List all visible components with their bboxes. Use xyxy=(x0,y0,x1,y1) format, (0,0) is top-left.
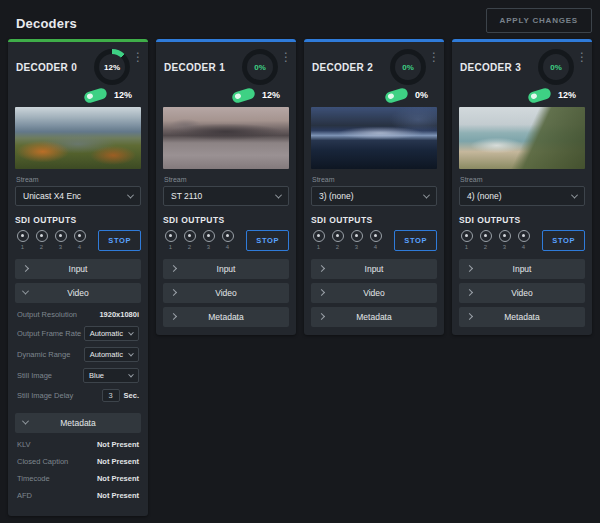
section-metadata[interactable]: Metadata xyxy=(311,307,437,327)
chevron-down-icon xyxy=(127,191,134,198)
chevron-right-icon xyxy=(170,313,177,320)
usage-percentage: 0% xyxy=(415,90,428,100)
stream-select[interactable]: 4) (none) xyxy=(459,186,585,206)
sdi-output-3[interactable]: 3 xyxy=(53,230,68,250)
section-input[interactable]: Input xyxy=(311,259,437,279)
usage-gauge: 12% xyxy=(94,49,130,85)
card-header: DECODER 2 0% ⋮ xyxy=(304,42,444,85)
gauge-percentage: 12% xyxy=(99,54,125,80)
sdi-output-1[interactable]: 1 xyxy=(459,230,474,250)
sdi-output-4[interactable]: 4 xyxy=(220,230,235,250)
still-image-select[interactable]: Blue xyxy=(83,368,139,383)
output-indicator-icon xyxy=(351,230,363,242)
decoder-name: DECODER 2 xyxy=(312,62,390,73)
kebab-menu-icon[interactable]: ⋮ xyxy=(280,51,292,63)
frame-rate-select[interactable]: Automatic xyxy=(84,326,139,341)
sdi-output-3[interactable]: 3 xyxy=(349,230,364,250)
stream-thumbnail xyxy=(311,107,437,169)
sdi-output-2[interactable]: 2 xyxy=(34,230,49,250)
section-metadata[interactable]: Metadata xyxy=(163,307,289,327)
decoder-name: DECODER 1 xyxy=(164,62,242,73)
still-image-delay-input[interactable] xyxy=(102,389,120,402)
section-video[interactable]: Video xyxy=(163,283,289,303)
kebab-menu-icon[interactable]: ⋮ xyxy=(576,51,588,63)
sdi-output-1[interactable]: 1 xyxy=(163,230,178,250)
field-label: Dynamic Range xyxy=(17,350,70,359)
section-label: Metadata xyxy=(60,418,95,428)
field-label: Timecode xyxy=(17,474,50,483)
section-input[interactable]: Input xyxy=(459,259,585,279)
section-label: Input xyxy=(69,264,88,274)
stream-select[interactable]: Unicast X4 Enc xyxy=(15,186,141,206)
chevron-right-icon xyxy=(318,313,325,320)
section-metadata[interactable]: Metadata xyxy=(15,413,141,433)
section-video[interactable]: Video xyxy=(311,283,437,303)
sdi-output-4[interactable]: 4 xyxy=(516,230,531,250)
chevron-down-icon xyxy=(128,371,134,377)
field-value: Not Present xyxy=(97,457,139,466)
section-video[interactable]: Video xyxy=(459,283,585,303)
usage-percentage: 12% xyxy=(114,90,132,100)
decoder-card: DECODER 0 12% ⋮ 12% Stream Unicast X4 En… xyxy=(8,39,148,516)
usage-percentage: 12% xyxy=(262,90,280,100)
output-resolution-value: 1920x1080i xyxy=(99,310,139,319)
field-value: Not Present xyxy=(97,491,139,500)
sdi-output-3[interactable]: 3 xyxy=(497,230,512,250)
usage-gauge: 0% xyxy=(390,49,426,85)
chevron-down-icon xyxy=(423,191,430,198)
section-label: Metadata xyxy=(356,312,391,322)
sdi-output-3[interactable]: 3 xyxy=(201,230,216,250)
sdi-output-4[interactable]: 4 xyxy=(368,230,383,250)
status-pill-icon xyxy=(384,86,409,104)
section-input[interactable]: Input xyxy=(163,259,289,279)
output-number: 2 xyxy=(40,244,43,250)
stream-select[interactable]: 3) (none) xyxy=(311,186,437,206)
sdi-output-1[interactable]: 1 xyxy=(311,230,326,250)
usage-percentage: 12% xyxy=(558,90,576,100)
section-metadata[interactable]: Metadata xyxy=(459,307,585,327)
sdi-outputs-row: 1 2 3 4 STOP xyxy=(163,230,289,251)
output-number: 1 xyxy=(465,244,468,250)
field-timecode: Timecode Not Present xyxy=(9,470,147,487)
output-number: 4 xyxy=(226,244,229,250)
output-number: 3 xyxy=(355,244,358,250)
stop-button[interactable]: STOP xyxy=(246,230,289,251)
sdi-output-2[interactable]: 2 xyxy=(478,230,493,250)
stream-thumbnail xyxy=(15,107,141,169)
section-video[interactable]: Video xyxy=(15,283,141,303)
chevron-right-icon xyxy=(170,265,177,272)
section-label: Video xyxy=(215,288,237,298)
status-pill-icon xyxy=(83,86,108,104)
stop-button[interactable]: STOP xyxy=(542,230,585,251)
decoder-name: DECODER 0 xyxy=(16,62,94,73)
stream-thumbnail xyxy=(459,107,585,169)
dynamic-range-select[interactable]: Automatic xyxy=(84,347,139,362)
chevron-right-icon xyxy=(466,313,473,320)
decoder-card: DECODER 1 0% ⋮ 12% Stream ST 2110 SDI OU… xyxy=(156,39,296,335)
kebab-menu-icon[interactable]: ⋮ xyxy=(132,51,144,63)
stop-button[interactable]: STOP xyxy=(394,230,437,251)
field-klv: KLV Not Present xyxy=(9,436,147,453)
chevron-right-icon xyxy=(318,265,325,272)
kebab-menu-icon[interactable]: ⋮ xyxy=(428,51,440,63)
sdi-outputs-title: SDI OUTPUTS xyxy=(15,215,141,225)
sdi-output-2[interactable]: 2 xyxy=(182,230,197,250)
video-fields: Output Resolution 1920x1080i Output Fram… xyxy=(8,303,148,409)
apply-changes-button[interactable]: APPLY CHANGES xyxy=(486,8,592,33)
output-indicator-icon xyxy=(313,230,325,242)
output-indicator-icon xyxy=(480,230,492,242)
sdi-output-4[interactable]: 4 xyxy=(72,230,87,250)
sdi-output-1[interactable]: 1 xyxy=(15,230,30,250)
stream-select[interactable]: ST 2110 xyxy=(163,186,289,206)
sdi-outputs-title: SDI OUTPUTS xyxy=(163,215,289,225)
section-input[interactable]: Input xyxy=(15,259,141,279)
field-label: Still Image Delay xyxy=(17,391,73,400)
sdi-outputs-row: 1 2 3 4 STOP xyxy=(15,230,141,251)
field-output-resolution: Output Resolution 1920x1080i xyxy=(9,306,147,323)
sdi-output-2[interactable]: 2 xyxy=(330,230,345,250)
status-pill-icon xyxy=(231,86,256,104)
stream-label: Stream xyxy=(156,169,296,186)
output-indicator-icon xyxy=(165,230,177,242)
stop-button[interactable]: STOP xyxy=(98,230,141,251)
page-title: Decoders xyxy=(16,16,77,31)
